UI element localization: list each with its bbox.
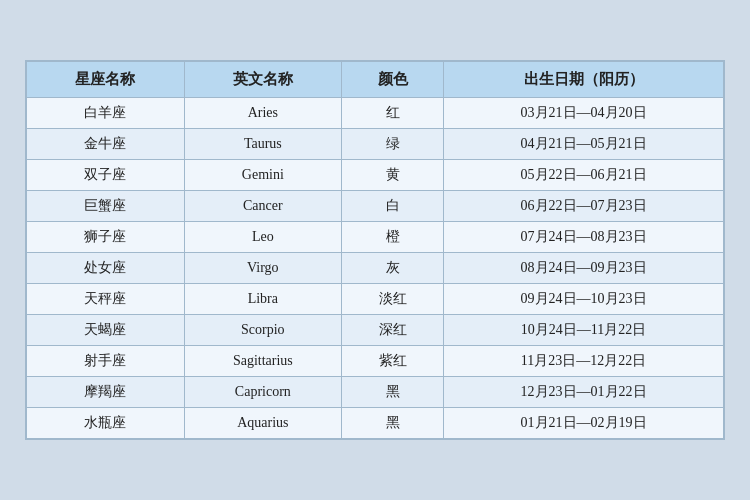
cell-english: Taurus	[184, 129, 342, 160]
cell-dates: 07月24日—08月23日	[444, 222, 724, 253]
cell-dates: 03月21日—04月20日	[444, 98, 724, 129]
cell-english: Cancer	[184, 191, 342, 222]
table-row: 双子座Gemini黄05月22日—06月21日	[27, 160, 724, 191]
cell-chinese: 狮子座	[27, 222, 185, 253]
cell-dates: 11月23日—12月22日	[444, 346, 724, 377]
cell-color: 白	[342, 191, 444, 222]
table-row: 巨蟹座Cancer白06月22日—07月23日	[27, 191, 724, 222]
table-header-row: 星座名称 英文名称 颜色 出生日期（阳历）	[27, 62, 724, 98]
cell-dates: 12月23日—01月22日	[444, 377, 724, 408]
table-row: 白羊座Aries红03月21日—04月20日	[27, 98, 724, 129]
cell-english: Libra	[184, 284, 342, 315]
cell-chinese: 水瓶座	[27, 408, 185, 439]
cell-color: 绿	[342, 129, 444, 160]
cell-dates: 09月24日—10月23日	[444, 284, 724, 315]
cell-dates: 10月24日—11月22日	[444, 315, 724, 346]
cell-chinese: 巨蟹座	[27, 191, 185, 222]
zodiac-table-container: 星座名称 英文名称 颜色 出生日期（阳历） 白羊座Aries红03月21日—04…	[25, 60, 725, 440]
cell-chinese: 处女座	[27, 253, 185, 284]
table-row: 天秤座Libra淡红09月24日—10月23日	[27, 284, 724, 315]
cell-chinese: 摩羯座	[27, 377, 185, 408]
cell-color: 黑	[342, 408, 444, 439]
header-english: 英文名称	[184, 62, 342, 98]
cell-color: 黄	[342, 160, 444, 191]
cell-english: Leo	[184, 222, 342, 253]
cell-english: Aries	[184, 98, 342, 129]
header-chinese: 星座名称	[27, 62, 185, 98]
table-row: 处女座Virgo灰08月24日—09月23日	[27, 253, 724, 284]
cell-chinese: 双子座	[27, 160, 185, 191]
cell-english: Capricorn	[184, 377, 342, 408]
cell-chinese: 白羊座	[27, 98, 185, 129]
cell-dates: 04月21日—05月21日	[444, 129, 724, 160]
cell-english: Sagittarius	[184, 346, 342, 377]
table-row: 狮子座Leo橙07月24日—08月23日	[27, 222, 724, 253]
cell-color: 红	[342, 98, 444, 129]
cell-color: 深红	[342, 315, 444, 346]
cell-color: 灰	[342, 253, 444, 284]
table-row: 天蝎座Scorpio深红10月24日—11月22日	[27, 315, 724, 346]
cell-chinese: 金牛座	[27, 129, 185, 160]
cell-english: Aquarius	[184, 408, 342, 439]
cell-chinese: 天蝎座	[27, 315, 185, 346]
cell-chinese: 天秤座	[27, 284, 185, 315]
cell-chinese: 射手座	[27, 346, 185, 377]
cell-dates: 08月24日—09月23日	[444, 253, 724, 284]
table-row: 摩羯座Capricorn黑12月23日—01月22日	[27, 377, 724, 408]
cell-color: 淡红	[342, 284, 444, 315]
cell-dates: 05月22日—06月21日	[444, 160, 724, 191]
header-dates: 出生日期（阳历）	[444, 62, 724, 98]
table-row: 射手座Sagittarius紫红11月23日—12月22日	[27, 346, 724, 377]
cell-english: Virgo	[184, 253, 342, 284]
header-color: 颜色	[342, 62, 444, 98]
table-row: 金牛座Taurus绿04月21日—05月21日	[27, 129, 724, 160]
cell-color: 橙	[342, 222, 444, 253]
cell-dates: 01月21日—02月19日	[444, 408, 724, 439]
table-row: 水瓶座Aquarius黑01月21日—02月19日	[27, 408, 724, 439]
table-body: 白羊座Aries红03月21日—04月20日金牛座Taurus绿04月21日—0…	[27, 98, 724, 439]
cell-dates: 06月22日—07月23日	[444, 191, 724, 222]
cell-color: 黑	[342, 377, 444, 408]
zodiac-table: 星座名称 英文名称 颜色 出生日期（阳历） 白羊座Aries红03月21日—04…	[26, 61, 724, 439]
cell-english: Gemini	[184, 160, 342, 191]
cell-english: Scorpio	[184, 315, 342, 346]
cell-color: 紫红	[342, 346, 444, 377]
